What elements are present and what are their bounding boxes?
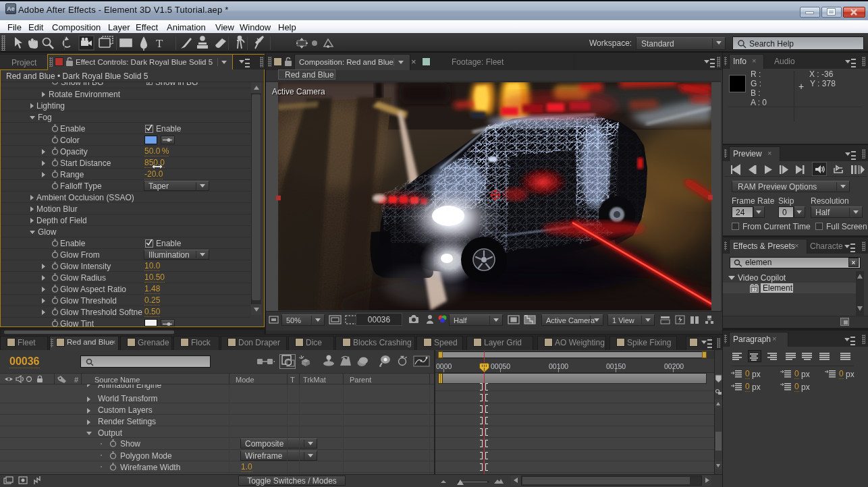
svg-text:T: T	[156, 37, 163, 50]
svg-text:32: 32	[752, 287, 757, 292]
